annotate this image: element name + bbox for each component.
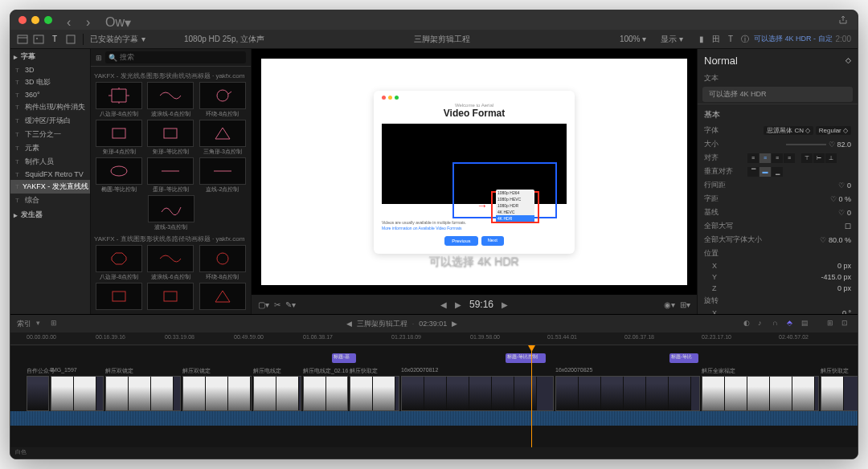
library-icon[interactable]: Ow bbox=[105, 15, 117, 25]
video-clip[interactable] bbox=[182, 376, 252, 411]
audio-skim-icon[interactable]: ♪ bbox=[758, 319, 768, 328]
title-template[interactable]: 波浪线-6点控制 bbox=[145, 82, 195, 118]
video-clip[interactable] bbox=[51, 376, 104, 411]
sidebar-item-buildin[interactable]: T构件出现/构件消失 bbox=[10, 100, 90, 114]
crop-tool-icon[interactable]: ✂ bbox=[274, 300, 280, 309]
sidebar-item-elements[interactable]: T元素 bbox=[10, 141, 90, 155]
title-template[interactable]: 蛋形-等比控制 bbox=[145, 157, 195, 194]
subtitle-clip[interactable]: 标题-基 bbox=[332, 353, 356, 363]
title-template[interactable] bbox=[94, 283, 144, 310]
align-bottom-button[interactable]: ⊥ bbox=[825, 153, 837, 163]
title-template[interactable]: 直线-2点控制 bbox=[198, 157, 248, 194]
video-clip[interactable] bbox=[27, 376, 49, 411]
window-close-button[interactable] bbox=[18, 16, 27, 24]
timeline-tool-1-icon[interactable]: ▾ bbox=[36, 319, 46, 328]
sidebar-item-lowerthird[interactable]: T下三分之一 bbox=[10, 128, 90, 141]
keyframe-icon[interactable]: ♡ bbox=[838, 209, 845, 217]
sidebar-item-360[interactable]: T360° bbox=[10, 89, 90, 100]
snap-icon[interactable]: ⬘ bbox=[787, 319, 796, 328]
prev-frame-icon[interactable]: ◀ bbox=[440, 300, 447, 309]
next-button[interactable]: Next bbox=[481, 236, 504, 246]
align-top-button[interactable]: ⊤ bbox=[801, 153, 813, 163]
subtitle-text[interactable]: 可以选择 4K HDR bbox=[429, 255, 518, 269]
timeline-prev-icon[interactable]: ◀ bbox=[346, 320, 352, 328]
sidebar-item-combined[interactable]: T综合 bbox=[10, 194, 90, 207]
display-menu[interactable]: 显示 ▾ bbox=[661, 34, 683, 45]
font-weight-select[interactable]: Regular ◇ bbox=[816, 126, 851, 135]
color-tool-icon[interactable]: ◉▾ bbox=[664, 300, 675, 309]
font-family-select[interactable]: 思源黑体 CN ◇ bbox=[764, 126, 813, 135]
enhance-tool-icon[interactable]: ✎▾ bbox=[285, 300, 296, 309]
next-frame-icon[interactable]: ▶ bbox=[502, 300, 508, 309]
keyframe-icon[interactable]: ♡ bbox=[838, 181, 845, 190]
sidebar-item-bumper[interactable]: T缓冲区/开场白 bbox=[10, 114, 90, 128]
align-center-button[interactable]: ≡ bbox=[760, 153, 771, 163]
title-template[interactable]: 八边形-8点控制 bbox=[94, 82, 144, 118]
timeline-tool-2-icon[interactable]: ⊞ bbox=[51, 319, 60, 328]
video-clip[interactable] bbox=[821, 376, 858, 411]
title-template[interactable]: 矩形-4点控制 bbox=[94, 120, 144, 156]
keyframe-icon[interactable]: ♡ bbox=[820, 236, 826, 244]
title-template[interactable]: 八边形-8点控制 bbox=[94, 245, 144, 281]
sidebar-item-squidfx[interactable]: TSquidFX Retro TV bbox=[10, 169, 90, 180]
window-maximize-button[interactable] bbox=[44, 16, 52, 24]
sidebar-header[interactable]: ▸ 字幕 bbox=[10, 49, 90, 64]
align-right-button[interactable]: ≡ bbox=[772, 153, 783, 163]
title-template[interactable]: 波线-3点控制 bbox=[94, 195, 248, 231]
title-template[interactable] bbox=[198, 283, 248, 310]
allcaps-checkbox[interactable]: ☐ bbox=[845, 222, 851, 230]
video-clip[interactable] bbox=[105, 376, 181, 411]
tracking-value[interactable]: 0 % bbox=[838, 195, 851, 203]
align-justify-button[interactable]: ≡ bbox=[784, 153, 795, 163]
subtitle-clip[interactable]: 标题-等比 bbox=[669, 353, 698, 363]
title-template[interactable]: 三角形-3点控制 bbox=[198, 120, 248, 156]
title-template[interactable]: 矩形-等比控制 bbox=[145, 120, 195, 156]
sidebar-item-credits[interactable]: T制作人员 bbox=[10, 155, 90, 169]
timeline-tool-icon[interactable]: ▤ bbox=[801, 319, 811, 328]
forward-icon[interactable]: › bbox=[86, 15, 97, 25]
timeline-next-icon[interactable]: ▶ bbox=[452, 320, 457, 328]
inspector-tab-1-icon[interactable]: ▮ bbox=[696, 34, 707, 45]
solo-icon[interactable]: ∩ bbox=[772, 319, 782, 328]
media-browser-icon[interactable] bbox=[17, 34, 28, 45]
share-icon[interactable] bbox=[838, 15, 850, 25]
video-clip[interactable] bbox=[555, 376, 700, 411]
window-minimize-button[interactable] bbox=[31, 16, 39, 24]
inspector-style-name[interactable]: Normal◇ bbox=[698, 49, 858, 71]
viewer-canvas[interactable]: Welcome to Aerial Video Format → 1080p H… bbox=[261, 59, 687, 285]
index-button[interactable]: 索引 bbox=[17, 319, 31, 329]
title-template[interactable]: 椭圆-等比控制 bbox=[94, 157, 144, 194]
timeline-tracks[interactable]: 标题-基标题-等比控制标题-等比 自作公众号IMG_1597解压双镜定解压双镜定… bbox=[10, 345, 858, 447]
inspector-tab-4-icon[interactable]: ⓘ bbox=[739, 34, 751, 45]
linespace-value[interactable]: 0 bbox=[847, 181, 851, 190]
dropdown-icon[interactable]: ▾ bbox=[141, 35, 145, 43]
inspector-tab-2-icon[interactable]: 田 bbox=[710, 34, 722, 45]
skimming-icon[interactable]: ◐ bbox=[743, 319, 753, 328]
keyframe-icon[interactable]: ♡ bbox=[830, 195, 837, 203]
title-template[interactable]: 环绕-8点控制 bbox=[198, 82, 248, 118]
video-clip[interactable] bbox=[303, 376, 348, 411]
prev-button[interactable]: Previous bbox=[444, 236, 477, 246]
subtitle-clip[interactable]: 标题-等比控制 bbox=[506, 353, 546, 363]
valign-top-button[interactable]: ▔ bbox=[747, 167, 759, 177]
align-middle-button[interactable]: ⊢ bbox=[813, 153, 825, 163]
search-input[interactable]: 🔍 搜索 bbox=[105, 51, 246, 63]
title-template[interactable] bbox=[145, 283, 195, 310]
align-left-button[interactable]: ≡ bbox=[747, 153, 759, 163]
size-value[interactable]: 82.0 bbox=[837, 141, 851, 149]
allcapsize-value[interactable]: 80.0 % bbox=[829, 236, 851, 244]
video-clip[interactable] bbox=[253, 376, 301, 411]
keyframe-icon[interactable]: ♡ bbox=[829, 141, 835, 149]
video-clip[interactable] bbox=[350, 376, 399, 411]
title-template[interactable]: 环绕-8点控制 bbox=[198, 245, 248, 281]
sidebar-item-yakfx[interactable]: TYAKFX - 发光直线线 bbox=[10, 180, 90, 194]
transform-tool-icon[interactable]: ▢▾ bbox=[258, 300, 269, 309]
text-value-field[interactable]: 可以选择 4K HDR bbox=[702, 87, 853, 102]
size-slider[interactable] bbox=[786, 144, 826, 145]
timeline-ruler[interactable]: 00.00.00.00 00.16.39.16 00.33.19.08 00.4… bbox=[10, 332, 858, 345]
baseline-value[interactable]: 0 bbox=[847, 209, 851, 217]
photos-browser-icon[interactable] bbox=[33, 34, 44, 45]
sidebar-item-3d-movie[interactable]: T3D 电影 bbox=[10, 75, 90, 89]
valign-bot-button[interactable]: ▁ bbox=[772, 167, 783, 177]
pos-y-value[interactable]: -415.0 px bbox=[747, 273, 851, 281]
